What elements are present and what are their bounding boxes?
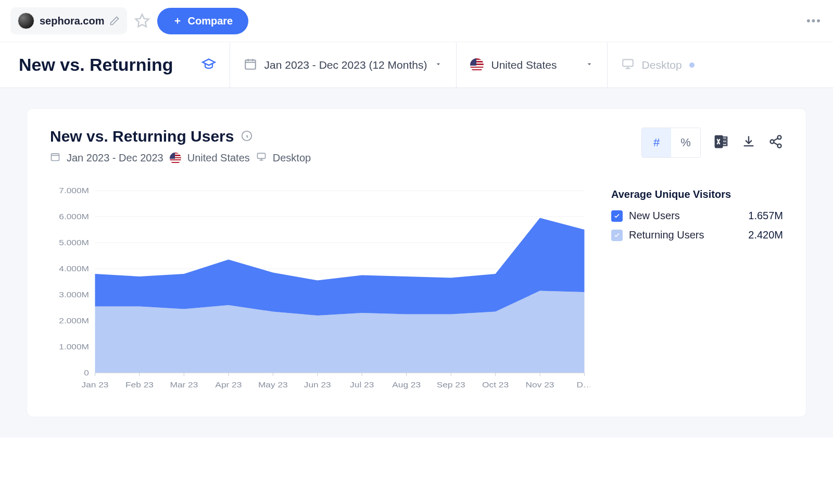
svg-point-11 xyxy=(771,140,774,144)
svg-rect-5 xyxy=(257,153,265,158)
card-title-text: New vs. Returning Users xyxy=(50,128,234,145)
svg-point-12 xyxy=(778,144,781,148)
chevron-down-icon xyxy=(434,60,443,70)
date-range-label: Jan 2023 - Dec 2023 (12 Months) xyxy=(264,59,427,71)
share-icon[interactable] xyxy=(768,134,783,151)
svg-text:1.000M: 1.000M xyxy=(59,342,89,351)
svg-rect-4 xyxy=(52,154,59,160)
toggle-hash[interactable]: # xyxy=(642,128,671,157)
svg-rect-2 xyxy=(623,59,633,66)
flag-icon xyxy=(470,58,484,72)
card-titles: New vs. Returning Users Jan 2023 - Dec 2… xyxy=(50,128,311,165)
site-favicon xyxy=(18,12,34,29)
svg-text:Oct 23: Oct 23 xyxy=(482,380,509,389)
svg-text:7.000M: 7.000M xyxy=(59,186,89,195)
device-label: Desktop xyxy=(642,59,682,71)
page-title-segment: New vs. Returning xyxy=(0,42,230,87)
star-icon[interactable] xyxy=(134,13,150,29)
calendar-icon xyxy=(50,152,60,165)
card-actions: # % xyxy=(641,128,783,158)
info-icon[interactable] xyxy=(241,128,253,145)
desktop-icon xyxy=(621,57,635,73)
edit-icon[interactable] xyxy=(109,16,120,26)
card-head: New vs. Returning Users Jan 2023 - Dec 2… xyxy=(50,128,783,165)
legend: Average Unique Visitors New Users 1.657M… xyxy=(611,185,783,394)
topbar: sephora.com Compare ••• xyxy=(0,0,833,42)
status-dot xyxy=(689,62,695,68)
legend-value: 1.657M xyxy=(748,210,783,222)
legend-row[interactable]: New Users 1.657M xyxy=(611,210,783,222)
svg-text:D…: D… xyxy=(577,380,590,389)
svg-text:Sep 23: Sep 23 xyxy=(437,380,465,389)
card-sub-device: Desktop xyxy=(273,152,311,164)
legend-title: Average Unique Visitors xyxy=(611,188,783,200)
card: New vs. Returning Users Jan 2023 - Dec 2… xyxy=(27,109,806,417)
chevron-down-icon xyxy=(585,60,594,70)
calendar-icon xyxy=(244,57,257,73)
checkbox-icon[interactable] xyxy=(611,210,623,222)
svg-point-10 xyxy=(778,135,781,139)
toggle-percent[interactable]: % xyxy=(671,128,700,157)
svg-text:Mar 23: Mar 23 xyxy=(170,380,198,389)
svg-rect-9 xyxy=(723,144,727,146)
area-chart: 01.000M2.000M3.000M4.000M5.000M6.000M7.0… xyxy=(50,185,590,394)
svg-text:6.000M: 6.000M xyxy=(59,212,89,221)
site-chip[interactable]: sephora.com xyxy=(10,7,127,34)
chart: 01.000M2.000M3.000M4.000M5.000M6.000M7.0… xyxy=(50,185,590,394)
desktop-icon xyxy=(256,152,267,165)
svg-text:Apr 23: Apr 23 xyxy=(215,380,242,389)
svg-text:4.000M: 4.000M xyxy=(59,264,89,273)
svg-text:Jan 23: Jan 23 xyxy=(82,380,109,389)
svg-text:Feb 23: Feb 23 xyxy=(125,380,154,389)
svg-text:3.000M: 3.000M xyxy=(59,290,89,299)
download-icon[interactable] xyxy=(741,134,756,151)
svg-text:Aug 23: Aug 23 xyxy=(392,380,421,389)
legend-label: New Users xyxy=(629,210,680,222)
svg-rect-8 xyxy=(723,141,727,143)
card-subtitle: Jan 2023 - Dec 2023 United States Deskto… xyxy=(50,152,311,165)
legend-value: 2.420M xyxy=(748,229,783,241)
svg-text:Jun 23: Jun 23 xyxy=(304,380,331,389)
compare-label: Compare xyxy=(187,15,233,27)
svg-marker-0 xyxy=(136,15,149,27)
card-body: 01.000M2.000M3.000M4.000M5.000M6.000M7.0… xyxy=(50,185,783,394)
flag-icon xyxy=(170,153,181,164)
checkbox-icon[interactable] xyxy=(611,230,623,241)
svg-text:0: 0 xyxy=(84,368,89,377)
country-label: United States xyxy=(491,59,557,71)
svg-text:5.000M: 5.000M xyxy=(59,238,89,247)
unit-toggle: # % xyxy=(641,128,701,158)
svg-rect-7 xyxy=(723,137,727,139)
more-icon[interactable]: ••• xyxy=(806,14,822,28)
svg-text:Nov 23: Nov 23 xyxy=(526,380,554,389)
card-title: New vs. Returning Users xyxy=(50,128,311,145)
svg-text:May 23: May 23 xyxy=(258,380,288,389)
compare-button[interactable]: Compare xyxy=(157,8,248,34)
site-domain: sephora.com xyxy=(40,15,104,27)
filterbar: New vs. Returning Jan 2023 - Dec 2023 (1… xyxy=(0,42,833,88)
panel: New vs. Returning Users Jan 2023 - Dec 2… xyxy=(0,88,833,437)
academy-icon[interactable] xyxy=(201,57,216,73)
card-sub-country: United States xyxy=(187,152,250,164)
svg-text:2.000M: 2.000M xyxy=(59,316,89,325)
country-filter[interactable]: United States xyxy=(457,42,607,87)
page-title: New vs. Returning xyxy=(14,55,194,75)
date-range-filter[interactable]: Jan 2023 - Dec 2023 (12 Months) xyxy=(230,42,457,87)
legend-row[interactable]: Returning Users 2.420M xyxy=(611,229,783,241)
svg-text:Jul 23: Jul 23 xyxy=(350,380,374,389)
excel-icon[interactable] xyxy=(713,134,729,152)
card-sub-date: Jan 2023 - Dec 2023 xyxy=(67,152,163,164)
svg-rect-1 xyxy=(245,60,256,69)
device-filter[interactable]: Desktop xyxy=(608,42,708,87)
legend-label: Returning Users xyxy=(629,229,704,241)
